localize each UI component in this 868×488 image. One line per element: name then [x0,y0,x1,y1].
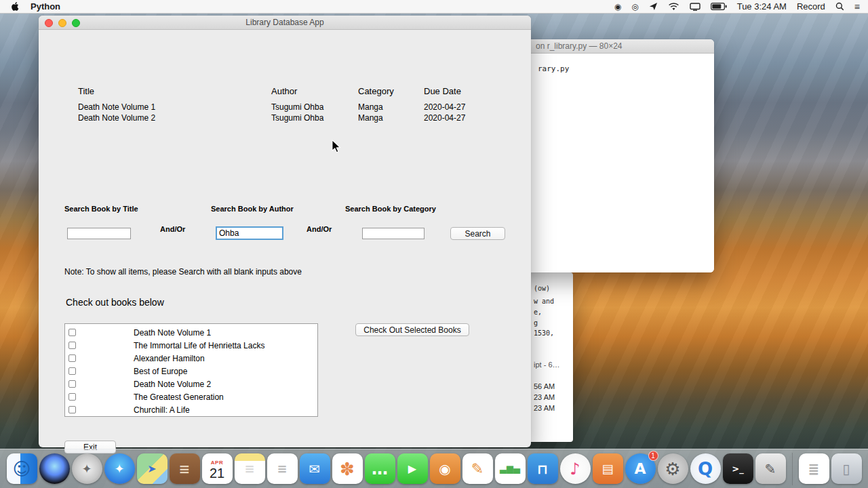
book-checkbox[interactable] [68,406,76,413]
notification-badge: 1 [648,451,658,461]
spotlight-search-icon[interactable] [835,2,844,11]
mail-icon[interactable]: ✉ [300,453,330,484]
close-icon[interactable] [45,19,53,27]
search-author-label: Search Book by Author [211,205,294,213]
messages-icon[interactable]: … [365,453,395,484]
andor-label-1: And/Or [160,225,185,233]
results-table-header: Title Author Category Due Date [78,86,498,96]
search-author-input[interactable] [216,226,283,240]
screen-mirroring-icon[interactable]: ◎ [631,2,638,12]
script-editor-glyph: ✎ [765,462,776,476]
reminders-glyph: ≡ [277,463,287,475]
list-item: The Greatest Generation [65,390,317,403]
book-checkbox[interactable] [68,393,76,401]
cell-author: Tsugumi Ohba [271,113,358,123]
minimize-icon[interactable] [58,19,66,27]
cell-title: Death Note Volume 1 [78,102,271,112]
calendar-icon[interactable]: APR21 [202,453,233,484]
book-checkbox[interactable] [68,342,76,349]
list-item: Best of Europe [65,365,317,378]
app-titlebar[interactable]: Library Database App [39,16,531,30]
terminal-icon[interactable]: >_ [723,453,753,484]
notes-icon[interactable]: ≡ [235,453,265,484]
zoom-icon[interactable] [72,19,80,27]
display-mirroring-icon[interactable] [690,3,701,11]
photos-glyph: ✽ [340,460,355,478]
documents-glyph: ≣ [808,462,820,476]
apple-logo-icon[interactable] [11,1,20,12]
system-preferences-glyph: ⚙ [665,460,680,478]
finder-icon[interactable]: ☺ [7,453,37,484]
numbers-icon[interactable]: ▃▆▄ [495,453,526,484]
notes-glyph: ≡ [244,463,254,475]
maps-glyph: ➤ [147,464,156,474]
messages-glyph: … [372,461,388,477]
keynote-icon[interactable]: ⊓ [528,453,558,484]
terminal-title: on r_library.py — 80×24 [536,41,623,51]
terminal-output-line: rary.py [538,64,569,73]
record-stop-icon[interactable]: ◉ [614,2,621,12]
search-title-input[interactable] [67,228,131,239]
launchpad-icon[interactable]: ✦ [72,453,102,484]
cell-category: Manga [358,102,424,112]
occluded-text-fragment: ipt - 6… [534,361,560,369]
table-row: Death Note Volume 2 Tsugumi Ohba Manga 2… [78,113,498,123]
photos-icon[interactable]: ✽ [332,453,363,484]
safari-icon[interactable]: ✦ [104,453,135,484]
cell-title: Death Note Volume 2 [78,113,271,123]
reminders-icon[interactable]: ≡ [267,453,298,484]
pages-glyph: ✎ [471,462,484,476]
book-checkbox[interactable] [68,380,76,388]
trash-icon[interactable]: ▯ [831,453,862,484]
siri-icon[interactable] [39,453,70,484]
script-editor-icon[interactable]: ✎ [755,453,786,484]
pages-icon[interactable]: ✎ [462,453,493,484]
books-listbox[interactable]: Death Note Volume 1 The Immortal Life of… [64,323,318,417]
column-header-category: Category [358,86,424,96]
occluded-text-fragment: g [534,319,538,327]
book-label: The Immortal Life of Henrietta Lacks [134,341,264,350]
column-header-title: Title [78,86,271,96]
list-item: Churchill: A Life [65,403,317,416]
documents-icon[interactable]: ≣ [799,453,829,484]
quicktime-icon[interactable]: Q [690,453,721,484]
dock: ☺✦✦➤≡APR21≡≡✉✽…▶◉✎▃▆▄⊓♪▤A1⚙Q>_✎≣▯ [0,449,868,488]
books-icon[interactable]: ▤ [593,453,623,484]
facetime-glyph: ▶ [408,464,416,474]
system-preferences-icon[interactable]: ⚙ [658,453,688,484]
app-store-icon[interactable]: A1 [625,453,656,484]
search-button[interactable]: Search [450,227,505,240]
app-store-glyph: A [634,462,646,476]
contacts-icon[interactable]: ≡ [170,453,200,484]
window-title: Library Database App [245,18,323,27]
book-checkbox[interactable] [68,354,76,362]
search-category-input[interactable] [362,228,425,239]
photo-booth-icon[interactable]: ◉ [430,453,460,484]
record-menu-item[interactable]: Record [797,1,825,12]
checkout-selected-button[interactable]: Check Out Selected Books [355,323,469,336]
list-item: Death Note Volume 2 [65,378,317,390]
book-label: Alexander Hamilton [134,354,205,363]
maps-icon[interactable]: ➤ [137,453,167,484]
book-checkbox[interactable] [68,367,76,375]
active-app-name[interactable]: Python [31,1,60,12]
library-app-window[interactable]: Library Database App Title Author Catego… [39,16,531,447]
keynote-glyph: ⊓ [537,462,548,476]
occluded-timestamp: 23 AM [534,393,555,401]
mail-glyph: ✉ [309,462,321,476]
wifi-icon[interactable] [668,3,679,11]
battery-icon[interactable] [711,3,727,10]
menu-bar-clock[interactable]: Tue 3:24 AM [737,1,787,12]
quicktime-glyph: Q [698,460,713,478]
itunes-icon[interactable]: ♪ [560,453,591,484]
book-checkbox[interactable] [68,329,76,336]
occluded-timestamp: 56 AM [534,382,555,390]
launchpad-glyph: ✦ [81,463,92,475]
itunes-glyph: ♪ [570,461,580,477]
book-label: Death Note Volume 2 [134,380,211,389]
facetime-icon[interactable]: ▶ [397,453,428,484]
search-category-label: Search Book by Category [345,205,436,213]
notification-center-icon[interactable]: ≡ [854,1,860,12]
location-icon[interactable] [649,2,658,11]
list-item: The Immortal Life of Henrietta Lacks [65,339,317,352]
